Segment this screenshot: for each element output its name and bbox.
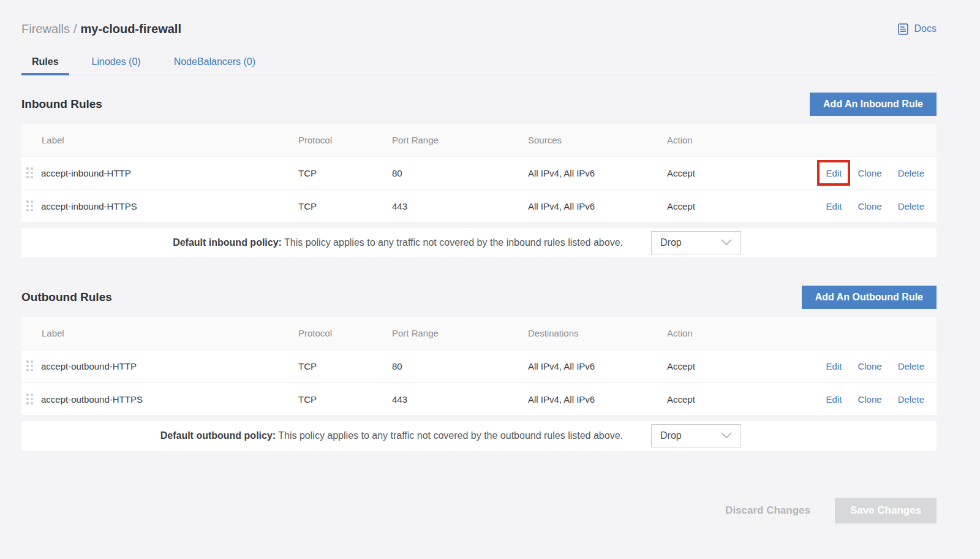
default-outbound-policy-bar: Default outbound policy: This policy app… (21, 421, 937, 451)
rule-protocol: TCP (298, 361, 392, 371)
drag-handle-icon[interactable] (26, 394, 33, 405)
column-sources: Sources (528, 135, 667, 145)
firewall-detail-page: Firewalls/my-cloud-firewall Docs Rules L… (0, 0, 980, 523)
rule-sources: All IPv4, All IPv6 (528, 201, 667, 211)
breadcrumb-current-firewall: my-cloud-firewall (80, 22, 181, 36)
table-row: accept-outbound-HTTPS TCP 443 All IPv4, … (21, 383, 937, 415)
inbound-rules-title: Inbound Rules (21, 97, 102, 111)
discard-changes-button[interactable]: Discard Changes (719, 504, 816, 517)
highlight-annotation (817, 160, 851, 186)
tab-bar: Rules Linodes (0) NodeBalancers (0) (21, 51, 937, 75)
default-inbound-policy-label: Default inbound policy: (173, 237, 282, 248)
form-footer: Discard Changes Save Changes (21, 498, 937, 523)
edit-button[interactable]: Edit (826, 168, 842, 178)
rule-sources: All IPv4, All IPv6 (528, 168, 667, 178)
default-inbound-policy-select[interactable]: Drop (651, 231, 741, 254)
table-row: accept-outbound-HTTP TCP 80 All IPv4, Al… (21, 350, 937, 382)
outbound-section-header: Outbound Rules Add An Outbound Rule (21, 286, 937, 309)
edit-button[interactable]: Edit (826, 394, 842, 405)
docs-icon (897, 23, 910, 36)
default-inbound-policy-text: Default inbound policy: This policy appl… (173, 237, 623, 248)
default-inbound-policy-bar: Default inbound policy: This policy appl… (21, 228, 937, 257)
rule-protocol: TCP (298, 394, 392, 405)
default-outbound-policy-text: Default outbound policy: This policy app… (160, 430, 623, 441)
chevron-down-icon (721, 430, 732, 441)
inbound-section-header: Inbound Rules Add An Inbound Rule (21, 93, 937, 116)
column-protocol: Protocol (298, 135, 392, 145)
column-protocol: Protocol (298, 328, 392, 338)
column-action: Action (667, 135, 775, 145)
breadcrumb-separator: / (74, 22, 77, 36)
breadcrumb-firewalls-link[interactable]: Firewalls (21, 22, 70, 36)
add-outbound-rule-button[interactable]: Add An Outbound Rule (802, 286, 937, 309)
clone-button[interactable]: Clone (858, 361, 881, 371)
edit-button[interactable]: Edit (826, 201, 842, 211)
inbound-table-header: Label Protocol Port Range Sources Action (21, 124, 937, 156)
rule-label: accept-outbound-HTTP (41, 361, 137, 371)
outbound-rules-table: Label Protocol Port Range Destinations A… (21, 317, 937, 415)
outbound-table-header: Label Protocol Port Range Destinations A… (21, 317, 937, 349)
outbound-rules-title: Outbound Rules (21, 291, 112, 304)
rule-port-range: 80 (392, 361, 528, 371)
add-inbound-rule-button[interactable]: Add An Inbound Rule (810, 93, 937, 116)
rule-port-range: 80 (392, 168, 528, 178)
rule-action: Accept (667, 394, 775, 405)
drag-handle-icon[interactable] (26, 167, 33, 178)
rule-destinations: All IPv4, All IPv6 (528, 394, 667, 405)
docs-label: Docs (914, 23, 937, 34)
tab-rules[interactable]: Rules (21, 51, 69, 75)
tab-nodebalancers[interactable]: NodeBalancers (0) (164, 51, 266, 75)
tab-linodes[interactable]: Linodes (0) (81, 51, 151, 75)
save-changes-button[interactable]: Save Changes (835, 498, 937, 523)
rule-label: accept-inbound-HTTPS (41, 201, 137, 211)
default-outbound-policy-label: Default outbound policy: (160, 430, 276, 441)
drag-handle-icon[interactable] (26, 200, 33, 211)
column-destinations: Destinations (528, 328, 667, 338)
rule-protocol: TCP (298, 201, 392, 211)
drag-handle-icon[interactable] (26, 360, 33, 371)
column-label: Label (21, 135, 298, 145)
column-port-range: Port Range (392, 328, 528, 338)
rule-label: accept-inbound-HTTP (41, 168, 131, 178)
selected-policy-value: Drop (660, 430, 682, 441)
chevron-down-icon (721, 237, 732, 248)
delete-button[interactable]: Delete (898, 201, 924, 211)
rule-destinations: All IPv4, All IPv6 (528, 361, 667, 371)
edit-button[interactable]: Edit (826, 361, 842, 371)
selected-policy-value: Drop (660, 237, 682, 248)
table-row: accept-inbound-HTTP TCP 80 All IPv4, All… (21, 157, 937, 189)
rule-action: Accept (667, 201, 775, 211)
inbound-rules-table: Label Protocol Port Range Sources Action… (21, 124, 937, 222)
page-header: Firewalls/my-cloud-firewall Docs (21, 18, 937, 39)
breadcrumb: Firewalls/my-cloud-firewall (21, 22, 181, 36)
table-row: accept-inbound-HTTPS TCP 443 All IPv4, A… (21, 190, 937, 222)
rule-port-range: 443 (392, 201, 528, 211)
delete-button[interactable]: Delete (898, 394, 924, 405)
column-port-range: Port Range (392, 135, 528, 145)
clone-button[interactable]: Clone (858, 201, 881, 211)
rule-port-range: 443 (392, 394, 528, 405)
column-action: Action (667, 328, 775, 338)
clone-button[interactable]: Clone (858, 394, 881, 405)
column-label: Label (21, 328, 298, 338)
rule-label: accept-outbound-HTTPS (41, 394, 143, 405)
delete-button[interactable]: Delete (898, 361, 924, 371)
clone-button[interactable]: Clone (858, 168, 881, 178)
default-outbound-policy-select[interactable]: Drop (651, 424, 741, 447)
docs-link[interactable]: Docs (897, 23, 937, 36)
rule-action: Accept (667, 361, 775, 371)
rule-protocol: TCP (298, 168, 392, 178)
delete-button[interactable]: Delete (898, 168, 924, 178)
rule-action: Accept (667, 168, 775, 178)
